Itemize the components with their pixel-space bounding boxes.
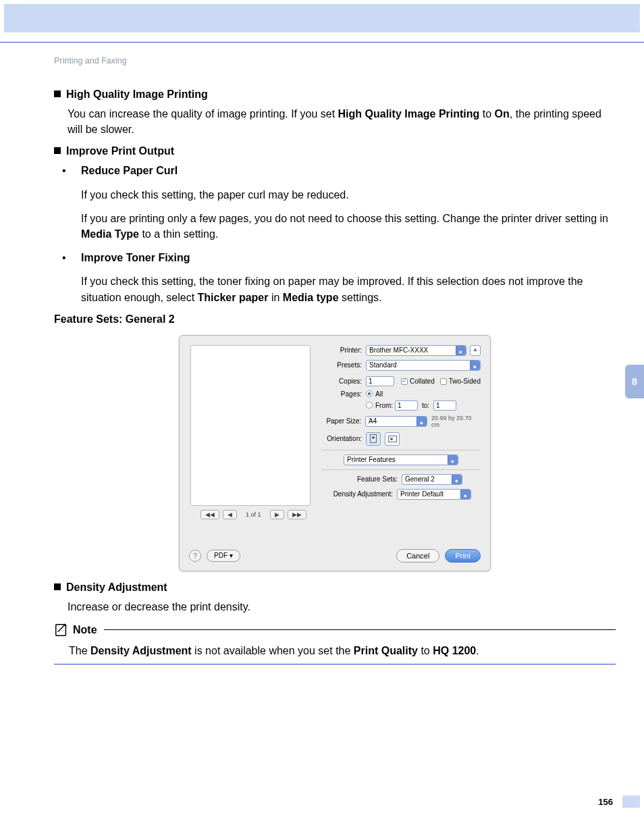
help-button[interactable]: ? [189,550,201,562]
subheading-improve-toner-fixing: • Improve Toner Fixing [81,250,616,265]
chevron-down-icon [470,361,480,370]
paper-dimensions: 20.99 by 29.70 cm [431,415,481,428]
pages-all-label: All [375,390,383,398]
collated-checkbox[interactable] [401,378,408,385]
paper-size-select[interactable]: A4 [365,416,427,427]
heading-high-quality-image-printing: High Quality Image Printing [54,88,616,101]
heading-text: Density Adjustment [66,581,167,593]
subheading-reduce-paper-curl: • Reduce Paper Curl [81,163,616,178]
pages-range-radio[interactable] [366,402,373,409]
next-page-button[interactable]: ▶ [270,510,284,519]
note-close-rule [54,664,616,664]
print-dialog: ◀◀ ◀ 1 of 1 ▶ ▶▶ Printer: Brother MFC-XX… [179,335,491,571]
collated-label: Collated [410,377,435,385]
header-band [4,4,640,32]
paragraph: Increase or decrease the print density. [68,599,616,615]
printer-label: Printer: [321,346,366,354]
two-sided-label: Two-Sided [449,377,481,385]
preview-pager: ◀◀ ◀ 1 of 1 ▶ ▶▶ [200,510,307,519]
note-body: The Density Adjustment is not available … [69,643,616,658]
density-adjustment-label: Density Adjustment: [321,490,397,498]
pages-label: Pages: [321,390,366,398]
heading-density-adjustment: Density Adjustment [54,581,616,594]
paragraph: If you check this setting, the toner fix… [81,273,616,305]
presets-label: Presets: [321,361,366,369]
heading-improve-print-output: Improve Print Output [54,145,616,157]
chevron-down-icon [460,490,471,499]
section-select[interactable]: Printer Features [344,454,458,465]
breadcrumb: Printing and Faxing [54,56,616,66]
feature-sets-label: Feature Sets: [340,475,402,483]
last-page-button[interactable]: ▶▶ [288,510,306,519]
orientation-label: Orientation: [321,435,366,442]
copies-label: Copies: [321,377,366,385]
to-label: to: [422,402,429,409]
chevron-down-icon [448,455,458,465]
portrait-icon [370,434,377,443]
expand-button[interactable]: ▲ [470,345,481,356]
heading-text: Improve Print Output [66,145,174,157]
density-adjustment-select[interactable]: Printer Default [397,489,471,500]
to-input[interactable]: 1 [433,400,456,411]
note-rule [104,629,616,630]
from-input[interactable]: 1 [395,400,418,411]
copies-input[interactable]: 1 [366,376,394,386]
printer-select[interactable]: Brother MFC-XXXX [366,345,466,356]
paragraph: You can increase the quality of image pr… [68,106,616,137]
orientation-portrait-button[interactable] [366,432,381,446]
chapter-tab: 8 [625,365,644,398]
print-button[interactable]: Print [445,549,481,563]
paragraph: If you check this setting, the paper cur… [81,187,616,203]
preview-pane [190,345,311,506]
chevron-down-icon [417,417,427,426]
prev-page-button[interactable]: ◀ [223,510,237,519]
pdf-menu-button[interactable]: PDF ▾ [207,550,240,562]
presets-select[interactable]: Standard [366,360,481,371]
paragraph: If you are printing only a few pages, yo… [81,211,616,242]
svg-rect-0 [56,625,66,636]
pages-all-radio[interactable] [366,390,373,397]
heading-feature-sets-general-2: Feature Sets: General 2 [54,313,616,325]
note-icon [54,623,69,637]
note-title: Note [73,624,97,636]
chevron-down-icon [456,346,466,355]
landscape-icon [388,436,397,442]
orientation-landscape-button[interactable] [385,432,400,446]
feature-sets-select[interactable]: General 2 [402,474,462,485]
paper-size-label: Paper Size: [321,417,365,425]
page-counter: 1 of 1 [246,511,261,518]
chevron-down-icon [452,475,462,484]
note-header: Note [54,623,616,637]
first-page-button[interactable]: ◀◀ [200,510,219,519]
from-label: From: [375,402,393,409]
heading-text: High Quality Image Printing [66,88,208,100]
cancel-button[interactable]: Cancel [396,549,439,563]
two-sided-checkbox[interactable] [440,378,447,385]
